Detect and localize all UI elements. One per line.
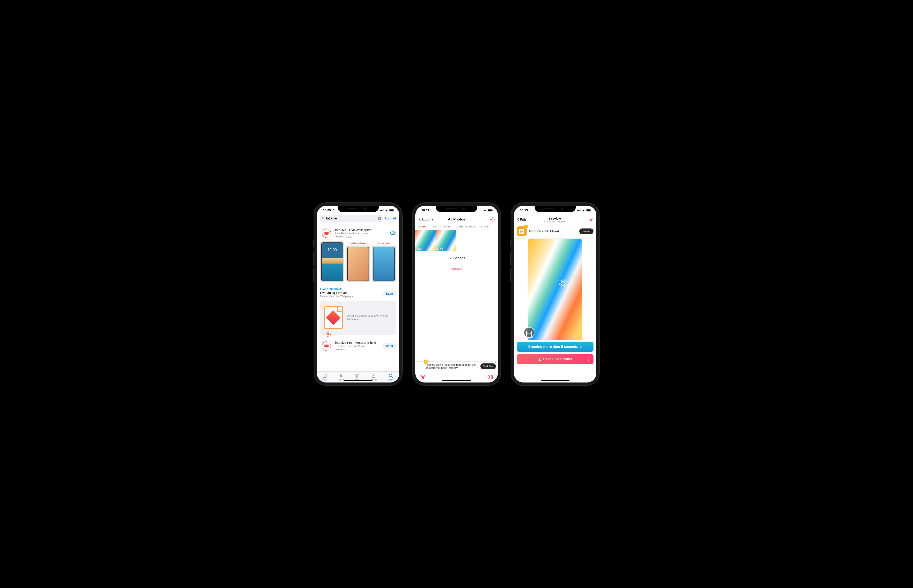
cloud-download-icon[interactable] [390, 230, 396, 236]
sponsored-app-row[interactable]: ▶ ImgPlay - GIF Maker Install [514, 225, 596, 239]
tab-burst[interactable]: BURST [481, 225, 490, 230]
live-photo-icon [559, 279, 567, 288]
download-icon [538, 357, 542, 361]
search-result-intolive[interactable]: intoLive - Live Wallpapers Live Photos w… [317, 224, 399, 241]
notch [534, 206, 576, 212]
svg-rect-12 [488, 209, 492, 211]
back-button[interactable]: Edit [517, 218, 526, 222]
magnifier-icon [322, 217, 325, 220]
svg-rect-2 [393, 210, 394, 211]
media-tabs: VIDEO GIF PHOTO LIVE PHOTOS BURST [415, 224, 498, 230]
battery-icon [389, 209, 394, 212]
svg-point-9 [389, 374, 392, 377]
status-time: 16:13 [520, 208, 528, 212]
cellular-icon [479, 209, 482, 211]
svg-rect-18 [586, 209, 590, 211]
phone-intolive-preview: 16:13 Edit Preview 3D Touch or Long pres… [511, 203, 599, 385]
tab-games[interactable]: Games [338, 373, 344, 381]
cellular-icon [577, 209, 581, 211]
chevron-left-icon [418, 217, 421, 221]
wifi-icon [483, 209, 487, 212]
nav-bar: Edit Preview 3D Touch or Long press [514, 215, 596, 225]
rating-stars-icon: ★★★★☆ [335, 236, 345, 238]
app-title: intoLive - Live Wallpapers [335, 228, 387, 232]
adchoices-icon[interactable] [495, 362, 497, 365]
battery-icon [487, 209, 493, 212]
ad-visit-button[interactable]: Visit Site [481, 363, 495, 369]
close-icon[interactable] [589, 218, 594, 222]
tab-search[interactable]: Search [388, 373, 394, 381]
chevron-left-icon [517, 218, 520, 222]
live-photo-preview[interactable]: 12:00 [528, 239, 582, 340]
duration-banner-button[interactable]: Creating more than 5 seconds [517, 342, 594, 352]
cancel-button[interactable]: Cancel [385, 216, 396, 220]
more-options-button[interactable] [584, 354, 594, 364]
location-icon [332, 209, 334, 212]
tab-today[interactable]: Today [322, 373, 327, 381]
iap-tag: IN-APP PURCHASE [320, 288, 396, 290]
save-live-photos-button[interactable]: Save Live Photos [517, 354, 594, 364]
svg-point-14 [492, 219, 493, 220]
video-thumbnail[interactable]: 00:04 [415, 230, 436, 251]
svg-line-4 [324, 219, 324, 219]
camera-icon[interactable] [487, 374, 493, 380]
svg-rect-1 [390, 209, 393, 211]
screenshot-2: Set Live Wallpaper [346, 241, 370, 282]
gear-icon[interactable] [490, 217, 495, 222]
home-indicator[interactable] [442, 380, 471, 381]
nav-title: Preview [514, 217, 596, 220]
notch [436, 206, 477, 212]
iap-description: Unlimited access to all Live Photos PRO … [347, 314, 392, 321]
ad-badge-icon: AD [424, 360, 428, 364]
cellular-icon [380, 209, 384, 211]
ad-app-icon: ▶ [517, 226, 526, 236]
svg-rect-6 [323, 374, 326, 378]
app-subtitle: Turn video into Live Photos [335, 345, 380, 347]
search-input[interactable] [326, 216, 377, 220]
screenshots-row[interactable]: 12:00 Set Live Wallpaper Edit Live Photo… [317, 241, 399, 285]
thumbnail-grid: 00:04 00:04 [415, 230, 498, 251]
app-icon-intolive-pro [320, 340, 333, 352]
svg-rect-19 [591, 210, 591, 211]
svg-rect-13 [492, 210, 492, 211]
home-indicator[interactable] [344, 380, 372, 381]
banner-ad[interactable]: AD Find top online resources here and ge… [415, 361, 498, 371]
search-result-intolive-pro[interactable]: intoLive Pro - Press and hold Turn video… [317, 335, 399, 353]
wifi-transfer-icon[interactable] [420, 374, 426, 380]
tab-photo[interactable]: PHOTO [442, 225, 452, 230]
install-button[interactable]: Install [580, 228, 594, 234]
app-title: intoLive Pro - Press and hold [335, 341, 380, 344]
status-time: 16:11 [421, 208, 429, 212]
rating-stars-icon: ★★★★☆ [335, 348, 345, 351]
search-field[interactable] [320, 215, 383, 222]
price-button[interactable]: $2.99 [382, 343, 396, 349]
video-count: 126 Videos [415, 256, 498, 260]
iap-artwork [324, 306, 343, 329]
iap-card[interactable]: Unlimited access to all Live Photos PRO … [320, 300, 396, 335]
screenshot-1: 12:00 [320, 241, 344, 282]
screenshot-3: Edit Live Photos [372, 241, 396, 282]
tab-gif[interactable]: GIF [432, 225, 436, 230]
svg-line-10 [392, 376, 393, 378]
status-time: 16:09 [323, 208, 331, 212]
ad-text: Find top online resources here and get t… [426, 363, 479, 369]
svg-point-16 [489, 376, 491, 378]
phone-appstore: 16:09 Cancel intoLive - Live Wallpapers [314, 203, 402, 385]
home-indicator[interactable] [541, 380, 570, 381]
refresh-button[interactable]: Refresh [415, 267, 498, 271]
nav-subtitle: 3D Touch or Long press [514, 220, 596, 223]
tab-livephotos[interactable]: LIVE PHOTOS [457, 225, 475, 230]
video-thumbnail[interactable]: 00:04 [436, 230, 456, 251]
rating-count: 8.65K [346, 236, 352, 238]
app-icon-intolive [320, 227, 333, 239]
battery-icon [586, 209, 591, 212]
wifi-icon [385, 209, 388, 212]
nav-bar: Albums All Photos [415, 215, 498, 224]
app-subtitle: Live Photos wallpaper maker [335, 232, 387, 235]
lockscreen-preview-button[interactable]: 12:00 [524, 327, 534, 338]
clear-icon[interactable] [378, 216, 382, 220]
tab-video[interactable]: VIDEO [418, 225, 426, 230]
back-button[interactable]: Albums [418, 217, 433, 221]
ad-app-title: ImgPlay - GIF Maker [529, 229, 577, 233]
iap-price-button[interactable]: $2.99 [382, 291, 396, 296]
